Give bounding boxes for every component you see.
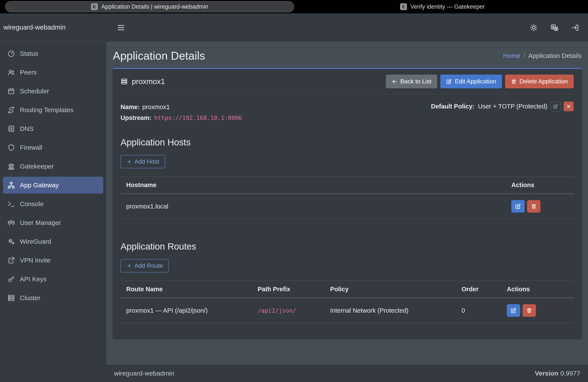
sidebar-item-cluster[interactable]: Cluster	[3, 290, 103, 306]
server-icon	[7, 294, 15, 302]
sidebar-item-routing-templates[interactable]: Routing Templates	[3, 102, 103, 118]
delete-route-button[interactable]	[523, 304, 536, 317]
route-order-cell: 0	[456, 298, 501, 323]
route-name-cell: proxmox1 — API (/api2/json/)	[121, 298, 252, 323]
users-icon	[7, 68, 15, 76]
sidebar-item-label: Scheduler	[20, 87, 49, 95]
sidebar-item-label: Status	[20, 50, 38, 57]
delete-application-button[interactable]: Delete Application	[505, 75, 574, 88]
delete-host-button[interactable]	[527, 200, 541, 212]
column-header-actions: Actions	[506, 177, 574, 194]
add-route-button[interactable]: Add Route	[121, 259, 169, 273]
column-header-policy: Policy	[324, 281, 456, 298]
column-header-path-prefix: Path Prefix	[252, 281, 324, 298]
main-content: Application Details Home / Application D…	[106, 13, 588, 382]
app-window: wireguard-webadmin Status Peers Schedule…	[0, 13, 588, 382]
shield-icon	[7, 144, 15, 151]
edit-application-button[interactable]: Edit Application	[440, 75, 502, 88]
sidebar-item-peers[interactable]: Peers	[3, 64, 103, 81]
sidebar-item-wireguard[interactable]: WireGuard	[3, 233, 103, 250]
sidebar-toggle-button[interactable]	[117, 23, 125, 32]
edit-policy-button[interactable]	[550, 102, 561, 111]
sun-icon	[530, 23, 538, 32]
route-icon	[7, 106, 15, 114]
path-prefix-cell: /api2/json/	[257, 307, 296, 314]
routes-section-heading: Application Routes	[121, 241, 574, 252]
sidebar-item-firewall[interactable]: Firewall	[3, 139, 103, 156]
user-group-icon	[7, 219, 15, 227]
name-value: proxmox1	[142, 104, 170, 110]
column-header-actions: Actions	[501, 281, 574, 298]
sidebar-item-scheduler[interactable]: Scheduler	[3, 83, 103, 100]
footer: wireguard-webadmin Version0.9977	[106, 364, 588, 382]
breadcrumb: Home / Application Details	[503, 52, 582, 59]
sidebar-item-label: User Manager	[20, 219, 61, 226]
trash-icon	[511, 79, 517, 85]
back-to-list-button[interactable]: Back to List	[386, 75, 438, 88]
policy-label: Default Policy:	[431, 103, 474, 110]
language-button[interactable]	[550, 23, 559, 32]
edit-host-button[interactable]	[511, 200, 525, 212]
sidebar-item-label: Routing Templates	[20, 106, 73, 114]
share-icon	[7, 256, 15, 264]
arrow-left-icon	[392, 79, 398, 85]
default-policy-row: Default Policy: User + TOTP (Protected)	[431, 102, 574, 111]
browser-tab-inactive[interactable]: E Verify identity — Gatekeeper	[400, 0, 485, 13]
browser-tab-active[interactable]: E Application Details | wireguard-webadm…	[5, 1, 294, 12]
sitemap-icon	[7, 181, 15, 189]
sidebar-item-gatekeeper[interactable]: Gatekeeper	[3, 158, 103, 175]
upstream-link[interactable]: https://192.168.10.1:8006	[154, 114, 242, 121]
trash-icon	[531, 203, 537, 209]
column-header-hostname: Hostname	[121, 177, 506, 194]
footer-version: Version0.9977	[535, 370, 580, 377]
policy-value: User + TOTP (Protected)	[478, 103, 547, 110]
breadcrumb-separator: /	[524, 52, 525, 59]
sidebar-item-dns[interactable]: DNS	[3, 120, 103, 137]
sidebar-item-label: Gatekeeper	[20, 163, 54, 170]
sidebar-item-console[interactable]: Console	[3, 195, 103, 212]
plus-icon	[126, 263, 132, 269]
bank-icon	[7, 163, 15, 170]
sidebar-item-vpn-invite[interactable]: VPN Invite	[3, 252, 103, 269]
breadcrumb-home-link[interactable]: Home	[503, 52, 520, 59]
hamburger-icon	[117, 23, 125, 32]
sidebar-item-api-keys[interactable]: API Keys	[3, 271, 103, 288]
column-header-order: Order	[456, 281, 501, 298]
theme-toggle-button[interactable]	[530, 23, 538, 32]
card-header: proxmox1 Back to List Edit Application D…	[113, 69, 582, 94]
brand-link[interactable]: wireguard-webadmin	[0, 13, 106, 42]
sidebar-item-label: Firewall	[20, 144, 42, 151]
sidebar-item-user-manager[interactable]: User Manager	[3, 214, 103, 231]
sidebar: wireguard-webadmin Status Peers Schedule…	[0, 13, 106, 382]
routes-table: Route Name Path Prefix Policy Order Acti…	[121, 281, 574, 323]
column-header-route-name: Route Name	[121, 281, 252, 298]
hosts-table-header: Hostname Actions	[121, 177, 574, 194]
card-body: Name:proxmox1 Upstream:https://192.168.1…	[113, 94, 582, 339]
upstream-label: Upstream:	[121, 114, 151, 121]
cogs-icon	[7, 238, 15, 245]
server-icon	[121, 78, 128, 85]
sidebar-item-label: App Gateway	[20, 182, 59, 189]
clear-policy-button[interactable]	[564, 102, 574, 111]
edit-icon	[553, 104, 558, 109]
page-header: Application Details Home / Application D…	[106, 42, 588, 68]
key-icon	[7, 275, 15, 283]
sidebar-nav: Status Peers Scheduler Routing Templates…	[0, 42, 106, 312]
page-title: Application Details	[113, 49, 205, 62]
tab-title: Application Details | wireguard-webadmin	[101, 3, 208, 10]
terminal-icon	[7, 200, 15, 208]
close-icon	[566, 104, 571, 109]
hosts-section-heading: Application Hosts	[121, 137, 574, 148]
card-header-actions: Back to List Edit Application Delete App…	[386, 75, 574, 88]
calendar-icon	[7, 87, 15, 95]
edit-route-button[interactable]	[507, 304, 520, 317]
logout-button[interactable]	[571, 23, 579, 32]
sidebar-item-app-gateway[interactable]: App Gateway	[3, 177, 103, 193]
plus-icon	[126, 159, 132, 164]
add-host-button[interactable]: Add Host	[121, 155, 165, 168]
sidebar-item-label: WireGuard	[20, 238, 51, 245]
edit-icon	[446, 79, 452, 85]
tab-title: Verify identity — Gatekeeper	[410, 3, 485, 10]
breadcrumb-current: Application Details	[528, 52, 582, 59]
sidebar-item-status[interactable]: Status	[3, 45, 103, 62]
